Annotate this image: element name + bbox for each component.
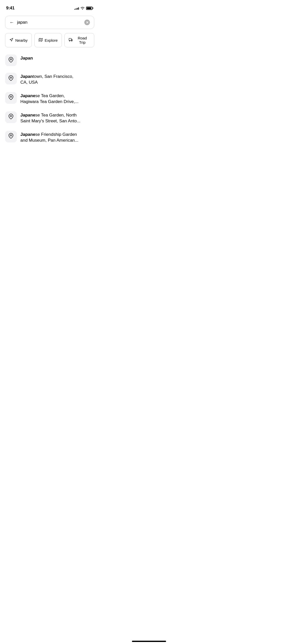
status-icons: [74, 7, 93, 10]
svg-marker-1: [39, 38, 43, 41]
svg-point-8: [10, 77, 12, 78]
map-icon: [39, 38, 43, 42]
pin-icon: [8, 57, 14, 64]
result-text: Japanese Friendship Garden and Museum, P…: [20, 131, 94, 143]
road-trip-button[interactable]: Road Trip: [64, 33, 94, 47]
car-icon: [69, 38, 73, 42]
pin-icon: [8, 75, 14, 82]
navigation-icon: [9, 38, 13, 42]
result-text: Japantown, San Francisco, CA, USA: [20, 73, 94, 85]
result-icon: [5, 131, 17, 142]
wifi-icon: [80, 7, 85, 10]
road-trip-label: Road Trip: [75, 36, 90, 45]
svg-rect-4: [69, 38, 71, 40]
search-container: ← japan ✕: [0, 13, 99, 29]
list-item[interactable]: Japanese Tea Garden, Hagiwara Tea Garden…: [5, 89, 94, 108]
svg-point-10: [10, 115, 12, 117]
result-icon: [5, 54, 17, 66]
svg-point-11: [10, 135, 12, 136]
pin-icon: [8, 94, 14, 101]
result-icon: [5, 111, 17, 123]
result-text: Japan: [20, 54, 94, 61]
results-list: Japan Japantown, San Francisco, CA, USA: [0, 47, 99, 147]
result-text: Japanese Tea Garden, North Saint Mary's …: [20, 111, 94, 124]
pin-icon: [8, 114, 14, 121]
list-item[interactable]: Japantown, San Francisco, CA, USA: [5, 70, 94, 89]
pin-icon: [8, 133, 14, 140]
svg-point-6: [71, 40, 72, 41]
status-bar: 9:41: [0, 0, 99, 13]
list-item[interactable]: Japanese Tea Garden, North Saint Mary's …: [5, 108, 94, 127]
search-bar[interactable]: ← japan ✕: [5, 16, 94, 29]
explore-label: Explore: [45, 38, 58, 42]
result-icon: [5, 92, 17, 104]
result-icon: [5, 73, 17, 84]
nearby-label: Nearby: [15, 38, 28, 42]
clear-button[interactable]: ✕: [84, 20, 90, 25]
svg-marker-0: [10, 38, 13, 41]
back-button[interactable]: ←: [9, 20, 14, 25]
svg-point-9: [10, 96, 12, 98]
result-text: Japanese Tea Garden, Hagiwara Tea Garden…: [20, 92, 94, 105]
svg-point-5: [69, 40, 70, 41]
search-input[interactable]: japan: [17, 20, 81, 25]
list-item[interactable]: Japanese Friendship Garden and Museum, P…: [5, 128, 94, 147]
explore-button[interactable]: Explore: [34, 33, 62, 47]
list-item[interactable]: Japan: [5, 51, 94, 69]
clear-icon: ✕: [86, 21, 89, 24]
svg-point-7: [10, 58, 12, 60]
status-time: 9:41: [6, 6, 15, 11]
battery-icon: [86, 7, 93, 10]
nearby-button[interactable]: Nearby: [5, 33, 32, 47]
filter-buttons: Nearby Explore Road Trip: [0, 29, 99, 47]
signal-icon: [74, 7, 79, 10]
